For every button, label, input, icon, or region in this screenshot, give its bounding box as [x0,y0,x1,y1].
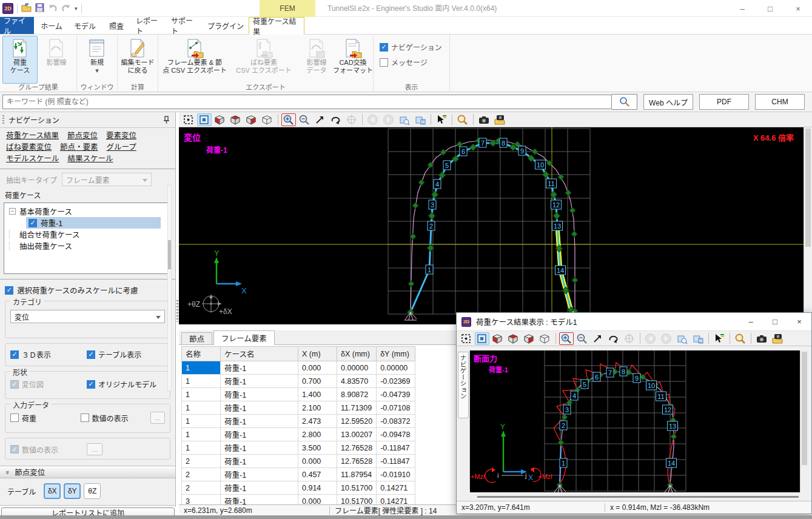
tab-ribbon-2[interactable]: モデル [69,17,101,34]
load-case-result-window[interactable]: 2D 荷重ケース結果表示 : モデル1 – □ × ナビゲーション 123456… [456,312,812,514]
table-row[interactable]: 1荷重-12.47312.59520-0.08372 [182,415,415,428]
element-label[interactable]: 12 [664,406,671,414]
qat-customize-icon[interactable]: ▾ [75,5,78,12]
element-label[interactable]: 14 [557,267,564,274]
element-label[interactable]: 12 [552,201,560,209]
element-label[interactable]: 2 [562,422,565,429]
table-cell[interactable]: 荷重-1 [221,361,298,375]
table-cell[interactable]: 12.59520 [337,415,377,428]
table-cell[interactable]: 荷重-1 [221,441,298,455]
node-marker[interactable] [457,141,463,147]
rotate-view-icon[interactable] [606,332,621,345]
zoom-extents-icon[interactable] [475,332,489,345]
table-row[interactable]: 1荷重-13.50012.76528-0.11847 [182,441,415,455]
nav-link-1[interactable]: 節点変位 [67,132,98,140]
toggle-dy-button[interactable]: δY [64,483,81,499]
section-force-canvas[interactable]: 1234567891011121314YX+Mzlij+Mzl断面力荷重-1 [470,350,800,492]
category-dropdown[interactable]: 変位 [10,310,165,323]
tab-ribbon-3[interactable]: 照査 [101,17,132,34]
table-cell[interactable]: 荷重-1 [221,375,298,388]
table-cell[interactable]: -0.02369 [377,375,415,388]
tree-item-checkbox[interactable]: ✓ [29,219,37,227]
table-cell[interactable]: 12.76528 [337,441,377,455]
table-cell[interactable]: 2.100 [298,401,337,415]
table-cell[interactable]: 1 [182,361,221,375]
table-cell[interactable]: -0.11847 [377,455,415,468]
float-close-button[interactable]: × [787,317,811,326]
table-cell[interactable]: -0.01910 [377,468,415,481]
table-cell[interactable]: 1 [182,375,221,388]
ribbon-button-frame-csv-export[interactable]: フレーム要素 & 節点 CSV エクスポート [161,36,229,84]
nav-link-0[interactable]: 荷重ケース結果 [6,132,59,140]
table-cell[interactable]: 1 [182,428,221,441]
table-cell[interactable]: 2 [182,455,221,468]
element-label[interactable]: 10 [537,161,544,169]
nav-link-7[interactable]: 結果スケール [68,155,113,163]
search-button[interactable] [612,94,637,110]
input-load-checkbox[interactable]: 荷重 [10,413,76,423]
pdf-help-button[interactable]: PDF [699,94,749,110]
table-cell[interactable]: 荷重-1 [221,428,298,441]
element-label[interactable]: 9 [520,147,524,155]
node-marker[interactable] [428,212,435,219]
element-label[interactable]: 7 [481,139,485,147]
maximize-button[interactable]: □ [756,0,784,17]
table-row[interactable]: 1荷重-10.7004.83570-0.02369 [182,375,415,388]
table-row[interactable]: 2荷重-10.45711.87954-0.01910 [182,468,415,481]
node-marker[interactable] [532,149,538,155]
nav-link-4[interactable]: 節点・要素 [60,143,98,152]
node-marker[interactable] [410,233,416,239]
tab-ribbon-5[interactable]: サポート [167,17,203,34]
element-label[interactable]: 7 [608,369,612,377]
displacement-canvas[interactable]: 1234567891011121314YX+θZ+δX変位荷重-1X 64.6 … [179,127,804,324]
model-zoom-icon[interactable] [675,332,690,345]
view-cube-wire-icon[interactable] [260,113,275,126]
element-label[interactable]: 2 [429,223,433,230]
table-cell[interactable]: 0.00000 [337,361,377,375]
node-marker[interactable] [565,190,571,196]
table-row[interactable]: 1荷重-12.10011.71309-0.07108 [182,401,415,415]
element-label[interactable]: 3 [431,201,434,209]
table-cell[interactable]: 11.71309 [337,401,377,415]
display-table-checkbox[interactable]: ✓テーブル表示 [87,349,158,360]
collapsed-navigation-tab[interactable]: ナビゲーション [457,350,470,489]
element-label[interactable]: 10 [648,382,655,389]
node-marker[interactable] [550,191,557,198]
select-element-icon[interactable] [434,113,449,126]
table-cell[interactable]: 0.000 [298,361,337,375]
table-cell[interactable]: 荷重-1 [221,415,298,428]
view-cube-wire-icon[interactable] [538,332,552,345]
fit-view-icon[interactable] [181,113,196,126]
zoom-out-icon[interactable] [575,332,589,345]
splitter-grip[interactable] [176,300,178,322]
float-maximize-button[interactable]: □ [763,317,787,326]
table-cell[interactable]: 0.00000 [377,361,415,375]
original-model-line[interactable] [411,140,575,312]
table-cell[interactable]: 1 [182,441,221,455]
float-title-bar[interactable]: 2D 荷重ケース結果表示 : モデル1 – □ × [457,313,811,331]
element-label[interactable]: 13 [554,223,561,230]
table-cell[interactable]: 荷重-1 [221,388,298,401]
table-cell[interactable]: -0.07108 [377,401,415,415]
view-cube-left-icon[interactable] [213,113,227,126]
pan-arrow-icon[interactable] [591,332,605,345]
node-marker[interactable] [412,203,418,209]
node-marker[interactable] [553,212,560,219]
snapshot-camera-icon[interactable] [477,113,491,126]
viewport-vertical-scrollbar[interactable] [804,127,812,324]
table-cell[interactable]: 0.914 [298,481,337,495]
model-zoom-icon[interactable] [397,113,412,126]
snapshot-save-icon[interactable] [770,332,785,345]
pin-icon[interactable] [163,116,170,124]
view-cube-top-icon[interactable] [229,113,243,126]
navigation-scrollbar[interactable] [167,185,172,391]
table-cell[interactable]: 荷重-1 [221,481,298,495]
model-clear-icon[interactable] [691,332,705,345]
table-cell[interactable]: 3.500 [298,441,337,455]
element-label[interactable]: 4 [572,392,576,400]
show-values-options-button[interactable]: ... [150,412,165,424]
nav-link-6[interactable]: モデルスケール [6,155,59,163]
tab-ribbon-4[interactable]: レポート [132,17,167,34]
rotate-view-icon[interactable] [329,113,343,126]
view-cube-front-icon[interactable] [522,332,537,345]
